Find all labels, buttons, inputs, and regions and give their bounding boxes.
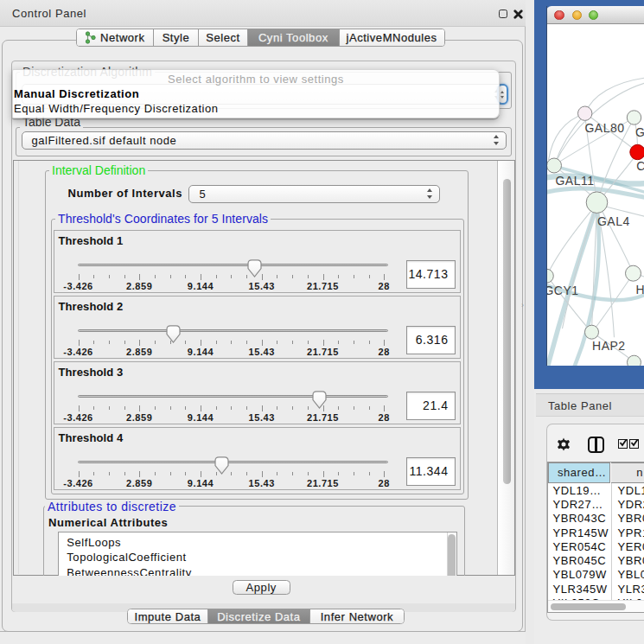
svg-text:GCY1: GCY1 bbox=[546, 284, 579, 297]
svg-text:GAL4: GAL4 bbox=[597, 214, 630, 228]
svg-text:C: C bbox=[636, 159, 644, 173]
svg-text:H: H bbox=[635, 282, 644, 296]
svg-text:GAL11: GAL11 bbox=[555, 174, 594, 188]
svg-text:GAL80: GAL80 bbox=[584, 120, 624, 134]
svg-text:HAP2: HAP2 bbox=[592, 339, 626, 353]
svg-text:GA: GA bbox=[634, 125, 644, 139]
